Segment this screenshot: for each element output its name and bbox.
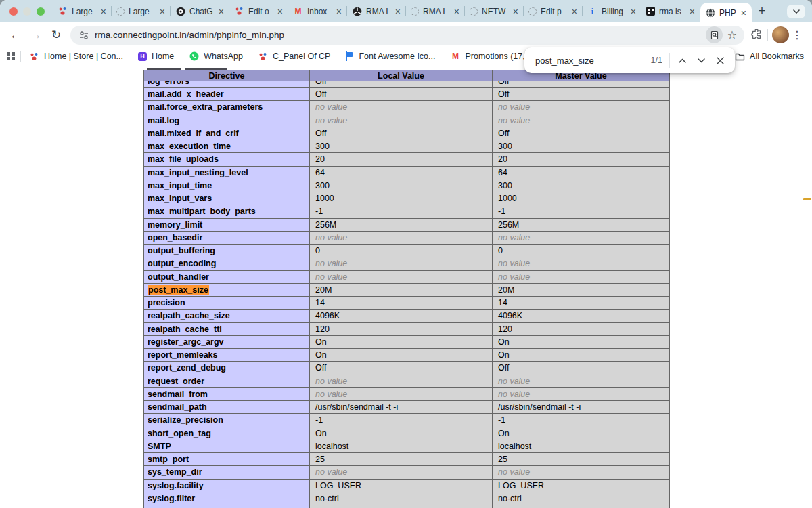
directive-name: serialize_precision <box>148 415 223 425</box>
site-settings-icon[interactable] <box>78 30 89 41</box>
find-in-page-icon[interactable] <box>706 26 723 43</box>
toolbar-divider <box>767 29 768 41</box>
tab-rma-is[interactable]: rma is× <box>641 0 700 22</box>
directive-name: log_errors <box>148 81 189 86</box>
tab-close-icon[interactable]: × <box>571 7 578 16</box>
local-value-cell: localhost <box>310 440 493 453</box>
local-value-cell: -1 <box>310 205 493 218</box>
directive-name: register_argc_argv <box>148 337 224 347</box>
find-close-button[interactable] <box>710 51 729 70</box>
tab-close-icon[interactable]: × <box>630 7 637 16</box>
directive-cell: syslog.facility <box>143 480 310 492</box>
bookmark-label: C_Panel Of CP <box>273 51 330 61</box>
tab-close-icon[interactable]: × <box>740 8 747 18</box>
browser-menu-icon[interactable]: ⋮ <box>789 28 805 41</box>
master-value-cell: LOG_USER <box>493 480 670 492</box>
bookmark-home-store-con[interactable]: Home | Store | Con... <box>29 51 123 62</box>
browser-window: Large×Large×ChatG×Edit o×MInbox×RMA I×RM… <box>0 0 812 508</box>
chevron-down-icon <box>698 58 705 63</box>
directive-cell: max_input_time <box>143 179 310 192</box>
master-value-cell: 25 <box>493 453 670 466</box>
directive-cell: output_handler <box>143 271 310 284</box>
directive-name: sys_temp_dir <box>148 467 202 477</box>
forward-button[interactable]: → <box>26 25 46 45</box>
directive-name: post_max_size <box>148 285 209 295</box>
new-tab-button[interactable]: + <box>752 0 772 22</box>
tab-close-icon[interactable]: × <box>394 7 401 16</box>
apps-grid-icon[interactable] <box>7 52 15 60</box>
tab-label: Edit p <box>541 7 567 16</box>
directive-name: realpath_cache_size <box>148 311 230 320</box>
directive-cell: mail.force_extra_parameters <box>143 101 310 114</box>
directive-cell: sys_temp_dir <box>143 466 310 479</box>
directive-name: report_zend_debug <box>148 363 226 373</box>
bookmark-whatsapp[interactable]: WhatsApp <box>189 51 243 62</box>
profile-avatar[interactable] <box>772 26 789 43</box>
tab-inbox[interactable]: MInbox× <box>288 0 347 22</box>
find-query-input[interactable]: post_max_size <box>535 56 594 66</box>
tab-edit-o[interactable]: Edit o× <box>229 0 288 22</box>
tab-large[interactable]: Large× <box>112 0 171 22</box>
find-bar: post_max_size 1/1 <box>524 47 735 73</box>
fullscreen-window-button[interactable] <box>37 7 45 16</box>
tab-chatg[interactable]: ChatG× <box>171 0 229 22</box>
scrollbar-find-marker <box>803 198 811 200</box>
directive-cell: realpath_cache_size <box>143 310 310 322</box>
minimize-window-button[interactable] <box>23 7 31 16</box>
tab-close-icon[interactable]: × <box>512 7 519 16</box>
directive-name: open_basedir <box>148 233 202 242</box>
paw-icon <box>258 51 268 62</box>
bookmarks-divider <box>20 51 21 62</box>
tab-netw[interactable]: NETW× <box>465 0 524 22</box>
bookmark-home[interactable]: HHome <box>138 51 174 61</box>
local-value-cell: On <box>310 349 493 362</box>
tab-close-icon[interactable]: × <box>218 7 225 16</box>
tab-close-icon[interactable]: × <box>336 7 342 16</box>
master-value-cell: php <box>493 505 670 508</box>
tab-close-icon[interactable]: × <box>453 7 460 16</box>
chevron-down-icon <box>793 9 800 14</box>
directive-cell: short_open_tag <box>143 427 310 440</box>
chatgpt-icon <box>175 6 185 16</box>
tab-close-icon[interactable]: × <box>159 7 166 16</box>
directive-cell: report_zend_debug <box>143 362 310 375</box>
directive-name: max_execution_time <box>148 142 231 151</box>
tab-billing[interactable]: iBilling× <box>583 0 641 22</box>
tab-large[interactable]: Large× <box>53 0 112 22</box>
find-match-count: 1/1 <box>651 56 662 65</box>
local-value-cell: 0 <box>310 245 493 257</box>
directive-name: max_file_uploads <box>148 154 219 164</box>
table-row: SMTPlocalhostlocalhost <box>143 440 670 453</box>
bookmark-font-awesome-ico[interactable]: Font Awesome Ico... <box>345 51 435 61</box>
url-text[interactable]: rma.connectingpoint.in/admin/phpinfo_min… <box>95 30 706 40</box>
table-row: max_input_vars10001000 <box>143 192 670 205</box>
local-value-cell: 20 <box>310 153 493 166</box>
tab-close-icon[interactable]: × <box>100 7 107 16</box>
local-value-cell: no value <box>310 232 493 245</box>
tab-close-icon[interactable]: × <box>689 7 696 16</box>
directive-name: output_handler <box>148 272 209 282</box>
tab-edit-p[interactable]: Edit p× <box>524 0 583 22</box>
find-previous-button[interactable] <box>673 51 692 70</box>
address-bar[interactable]: rma.connectingpoint.in/admin/phpinfo_min… <box>70 26 744 45</box>
tab-close-icon[interactable]: × <box>277 7 284 16</box>
tab-rma-i[interactable]: RMA I× <box>347 0 406 22</box>
directive-cell: mail.mixed_lf_and_crlf <box>143 127 310 140</box>
tab-list-chevron-button[interactable] <box>787 5 805 18</box>
bookmark-star-icon[interactable]: ☆ <box>723 26 742 45</box>
local-value-cell: php <box>310 505 493 508</box>
directive-cell: max_execution_time <box>143 140 310 153</box>
table-row: max_input_nesting_level6464 <box>143 167 670 179</box>
bookmark-c-panel-of-cp[interactable]: C_Panel Of CP <box>258 51 330 62</box>
directive-cell: register_argc_argv <box>143 336 310 349</box>
reload-button[interactable]: ↻ <box>46 25 66 45</box>
text-caret <box>595 56 596 66</box>
local-value-cell: no value <box>310 101 493 114</box>
find-next-button[interactable] <box>692 51 710 70</box>
back-button[interactable]: ← <box>5 25 26 45</box>
close-window-button[interactable] <box>9 7 18 16</box>
all-bookmarks-button[interactable]: All Bookmarks <box>735 51 804 61</box>
tab-php-8[interactable]: PHP 8× <box>700 3 752 22</box>
tab-rma-i[interactable]: RMA I× <box>406 0 465 22</box>
extensions-icon[interactable] <box>750 28 763 42</box>
